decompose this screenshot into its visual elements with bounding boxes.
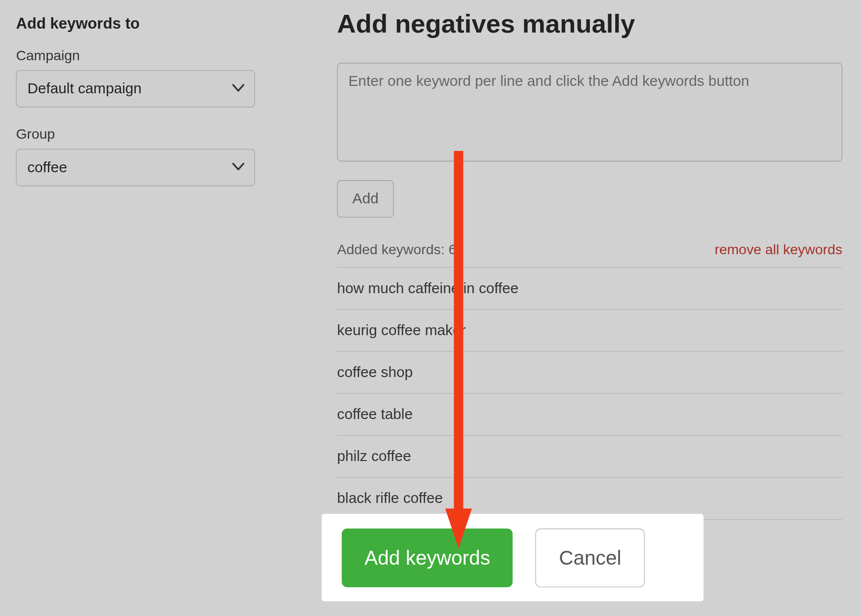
remove-all-link[interactable]: remove all keywords (714, 241, 842, 257)
list-item[interactable]: philz coffee (337, 436, 842, 478)
sidebar: Add keywords to Campaign Default campaig… (0, 0, 297, 616)
action-bar: Add keywords Cancel (322, 514, 704, 601)
list-item[interactable]: keurig coffee maker (337, 309, 842, 351)
cancel-button[interactable]: Cancel (536, 528, 645, 587)
list-item[interactable]: coffee shop (337, 352, 842, 394)
group-label: Group (16, 126, 278, 142)
campaign-label: Campaign (16, 47, 278, 63)
add-keywords-button[interactable]: Add keywords (342, 528, 513, 587)
campaign-select-value: Default campaign (27, 80, 141, 97)
list-item[interactable]: coffee table (337, 394, 842, 436)
keyword-list: how much caffeine in coffee keurig coffe… (337, 267, 842, 520)
sidebar-title: Add keywords to (16, 15, 278, 33)
list-item[interactable]: how much caffeine in coffee (337, 267, 842, 310)
added-keywords-count: Added keywords: 6 (337, 241, 457, 257)
campaign-select[interactable]: Default campaign (16, 70, 255, 108)
add-button[interactable]: Add (337, 180, 394, 218)
keywords-textarea[interactable] (337, 63, 842, 161)
page-title: Add negatives manually (337, 9, 842, 38)
group-select[interactable]: coffee (16, 149, 255, 186)
group-select-value: coffee (27, 159, 67, 176)
